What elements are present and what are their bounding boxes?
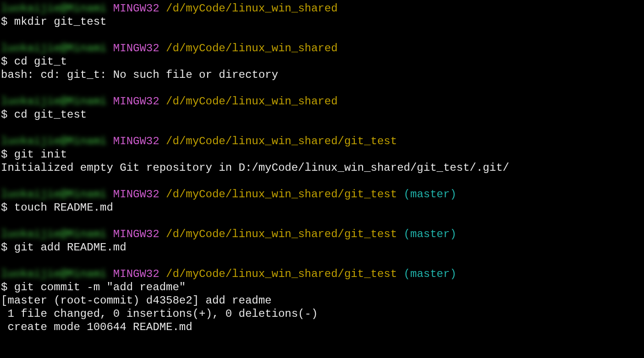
blank-line: [1, 28, 643, 42]
prompt-line: luokaijie@Minami MINGW32 /d/myCode/linux…: [1, 228, 643, 241]
prompt-line: luokaijie@Minami MINGW32 /d/myCode/linux…: [1, 42, 643, 55]
prompt-user: luokaijie@Minami: [1, 228, 106, 241]
command-text: git commit -m "add readme": [14, 281, 186, 293]
prompt-user: luokaijie@Minami: [1, 95, 106, 108]
command-text: mkdir git_test: [14, 16, 107, 28]
prompt-symbol: $: [1, 108, 14, 121]
command-text: git init: [14, 148, 67, 161]
prompt-path: /d/myCode/linux_win_shared/git_test: [166, 188, 397, 201]
command-line[interactable]: $ cd git_test: [1, 108, 643, 121]
output-line: [master (root-commit) d4358e2] add readm…: [1, 294, 643, 307]
prompt-env: MINGW32: [113, 42, 160, 54]
prompt-symbol: $: [1, 241, 14, 254]
prompt-path: /d/myCode/linux_win_shared: [166, 42, 337, 54]
prompt-user: luokaijie@Minami: [1, 267, 106, 281]
output-line: bash: cd: git_t: No such file or directo…: [1, 68, 643, 81]
output-line: create mode 100644 README.md: [1, 320, 643, 334]
prompt-env: MINGW32: [113, 135, 160, 147]
command-line[interactable]: $ mkdir git_test: [1, 15, 643, 28]
prompt-env: MINGW32: [113, 2, 160, 15]
prompt-user: luokaijie@Minami: [1, 188, 106, 201]
prompt-symbol: $: [1, 201, 14, 214]
prompt-line: luokaijie@Minami MINGW32 /d/myCode/linux…: [1, 188, 643, 201]
command-line[interactable]: $ git init: [1, 148, 643, 161]
prompt-branch: (master): [404, 188, 457, 201]
prompt-line: luokaijie@Minami MINGW32 /d/myCode/linux…: [1, 135, 643, 148]
prompt-branch: (master): [404, 228, 457, 240]
prompt-env: MINGW32: [113, 268, 160, 280]
blank-line: [1, 81, 643, 95]
blank-line: [1, 174, 643, 188]
prompt-user: luokaijie@Minami: [1, 2, 106, 15]
command-text: cd git_t: [14, 55, 67, 68]
output-line: Initialized empty Git repository in D:/m…: [1, 161, 643, 174]
prompt-symbol: $: [1, 281, 14, 293]
prompt-env: MINGW32: [113, 228, 160, 240]
command-line[interactable]: $ git add README.md: [1, 241, 643, 254]
prompt-path: /d/myCode/linux_win_shared/git_test: [166, 228, 397, 240]
prompt-path: /d/myCode/linux_win_shared: [166, 95, 337, 108]
output-line: 1 file changed, 0 insertions(+), 0 delet…: [1, 307, 643, 320]
prompt-user: luokaijie@Minami: [1, 42, 106, 55]
blank-line: [1, 254, 643, 267]
prompt-user: luokaijie@Minami: [1, 135, 106, 148]
command-line[interactable]: $ git commit -m "add readme": [1, 281, 643, 294]
prompt-path: /d/myCode/linux_win_shared/git_test: [166, 135, 397, 147]
prompt-line: luokaijie@Minami MINGW32 /d/myCode/linux…: [1, 2, 643, 15]
prompt-line: luokaijie@Minami MINGW32 /d/myCode/linux…: [1, 95, 643, 108]
prompt-branch: (master): [404, 268, 457, 280]
blank-line: [1, 121, 643, 135]
prompt-path: /d/myCode/linux_win_shared: [166, 2, 337, 15]
command-text: git add README.md: [14, 241, 127, 254]
prompt-env: MINGW32: [113, 188, 160, 201]
prompt-symbol: $: [1, 148, 14, 161]
command-line[interactable]: $ touch README.md: [1, 201, 643, 214]
terminal-window[interactable]: luokaijie@Minami MINGW32 /d/myCode/linux…: [0, 0, 644, 336]
prompt-symbol: $: [1, 55, 14, 68]
command-text: cd git_test: [14, 108, 87, 121]
prompt-path: /d/myCode/linux_win_shared/git_test: [166, 268, 397, 280]
blank-line: [1, 214, 643, 228]
prompt-env: MINGW32: [113, 95, 160, 108]
prompt-line: luokaijie@Minami MINGW32 /d/myCode/linux…: [1, 267, 643, 281]
command-text: touch README.md: [14, 201, 113, 214]
prompt-symbol: $: [1, 16, 14, 28]
command-line[interactable]: $ cd git_t: [1, 55, 643, 68]
